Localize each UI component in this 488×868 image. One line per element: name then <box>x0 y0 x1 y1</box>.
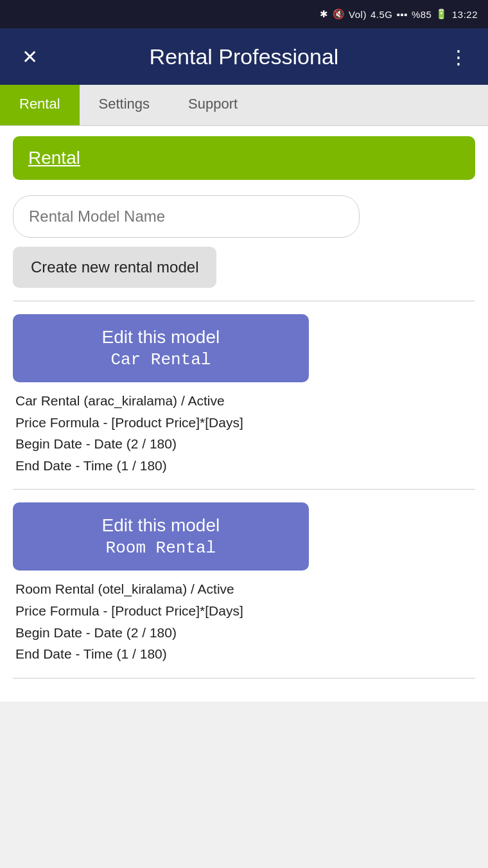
room-rental-info: Room Rental (otel_kiralama) / Active Pri… <box>13 578 475 664</box>
divider-1 <box>13 301 475 301</box>
car-rental-info: Car Rental (arac_kiralama) / Active Pric… <box>13 390 475 476</box>
app-title: Rental Professional <box>150 44 339 69</box>
rental-banner-label[interactable]: Rental <box>28 148 80 168</box>
room-rental-info-line1: Room Rental (otel_kiralama) / Active <box>15 578 473 600</box>
tab-support[interactable]: Support <box>169 85 257 125</box>
tab-bar: Rental Settings Support <box>0 85 488 126</box>
bluetooth-icon: ✱ <box>320 8 329 20</box>
car-rental-info-line2: Price Formula - [Product Price]*[Days] <box>15 412 473 434</box>
room-rental-info-line4: End Date - Time (1 / 180) <box>15 643 473 665</box>
car-rental-info-line4: End Date - Time (1 / 180) <box>15 455 473 477</box>
model-name-input[interactable] <box>13 195 360 238</box>
close-button[interactable]: ✕ <box>15 46 44 68</box>
tab-rental[interactable]: Rental <box>0 85 80 125</box>
create-model-button[interactable]: Create new rental model <box>13 247 216 288</box>
edit-car-rental-button[interactable]: Edit this model Car Rental <box>13 314 309 382</box>
mute-icon: 🔇 <box>333 8 345 20</box>
model-card-room-rental: Edit this model Room Rental Room Rental … <box>13 502 475 664</box>
tab-settings[interactable]: Settings <box>80 85 170 125</box>
model-card-car-rental: Edit this model Car Rental Car Rental (a… <box>13 314 475 476</box>
room-rental-info-line2: Price Formula - [Product Price]*[Days] <box>15 600 473 622</box>
divider-2 <box>13 489 475 490</box>
car-rental-info-line1: Car Rental (arac_kiralama) / Active <box>15 390 473 412</box>
battery-text: %85 <box>412 9 432 20</box>
edit-room-rental-button[interactable]: Edit this model Room Rental <box>13 502 309 571</box>
signal-icon: ▪▪▪ <box>396 9 407 20</box>
main-content: Rental Create new rental model Edit this… <box>0 126 488 702</box>
battery-icon: 🔋 <box>435 8 448 20</box>
volume-icon: Vol) <box>349 9 367 20</box>
input-section: Create new rental model <box>13 195 475 288</box>
car-rental-info-line3: Begin Date - Date (2 / 180) <box>15 433 473 455</box>
rental-banner[interactable]: Rental <box>13 136 475 180</box>
divider-3 <box>13 678 475 678</box>
network-icon: 4.5G <box>370 9 393 20</box>
more-menu-button[interactable]: ⋮ <box>444 46 473 68</box>
time-display: 13:22 <box>452 9 478 20</box>
room-rental-info-line3: Begin Date - Date (2 / 180) <box>15 622 473 644</box>
status-bar: ✱ 🔇 Vol) 4.5G ▪▪▪ %85 🔋 13:22 <box>0 0 488 28</box>
app-bar: ✕ Rental Professional ⋮ <box>0 28 488 85</box>
status-icons: ✱ 🔇 Vol) 4.5G ▪▪▪ %85 🔋 13:22 <box>320 8 478 20</box>
